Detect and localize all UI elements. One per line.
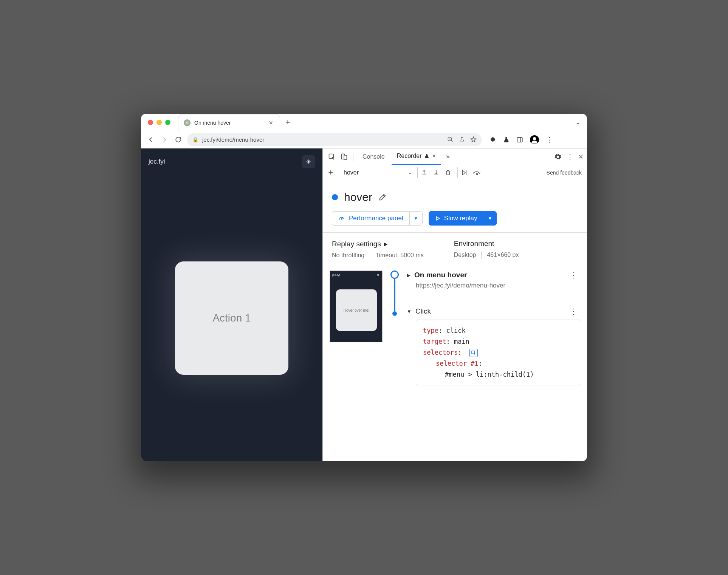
labs-icon[interactable] xyxy=(503,136,510,143)
new-recording-button[interactable]: + xyxy=(326,168,336,178)
replay-dropdown[interactable]: ▼ xyxy=(484,211,497,226)
tab-recorder[interactable]: Recorder × xyxy=(392,148,441,165)
minimize-window[interactable] xyxy=(156,120,162,125)
send-feedback-link[interactable]: Send feedback xyxy=(547,170,584,176)
chevron-down-icon: ▼ xyxy=(407,309,412,314)
play-icon[interactable] xyxy=(461,169,468,176)
url-text: jec.fyi/demo/menu-hover xyxy=(202,136,443,143)
settings-icon[interactable] xyxy=(554,153,562,161)
timeout-value: Timeout: 5000 ms xyxy=(375,252,423,260)
step-over-icon[interactable] xyxy=(473,170,481,176)
throttling-value: No throttling xyxy=(332,252,364,260)
chevron-right-icon: ▶ xyxy=(407,272,410,278)
svg-rect-6 xyxy=(344,155,347,159)
settings-bar: Replay settings ▸ No throttling Timeout:… xyxy=(323,232,587,265)
action-card-text: Action 1 xyxy=(212,312,251,324)
thumb-theme-icon xyxy=(377,274,379,276)
devtools-panel: Console Recorder × » ⋮ × + hover xyxy=(322,148,587,461)
step-url: https://jec.fyi/demo/menu-hover xyxy=(416,282,580,289)
titlebar: On menu hover × + ⌄ xyxy=(141,114,587,131)
delete-icon[interactable] xyxy=(445,169,451,176)
recording-header: hover Performance panel ▼ xyxy=(323,180,587,232)
play-icon xyxy=(435,216,440,221)
svg-point-7 xyxy=(476,173,477,175)
step-menu-icon[interactable]: ⋮ xyxy=(567,307,580,316)
gauge-icon xyxy=(338,215,345,222)
action-card[interactable]: Action 1 xyxy=(175,261,288,375)
timeline-node xyxy=(390,270,399,279)
performance-panel-button[interactable]: Performance panel ▼ xyxy=(332,211,423,226)
inspect-icon[interactable] xyxy=(327,151,337,162)
tab-close-icon[interactable]: × xyxy=(432,153,436,159)
edit-icon[interactable] xyxy=(378,193,387,201)
browser-actions: ⋮ xyxy=(489,135,553,144)
recording-selector[interactable]: hover ⌄ xyxy=(339,167,414,178)
step-menu-icon[interactable]: ⋮ xyxy=(567,270,580,280)
timeline xyxy=(389,270,400,385)
profile-avatar[interactable] xyxy=(530,135,539,144)
share-icon[interactable] xyxy=(459,136,465,143)
tab-close-icon[interactable]: × xyxy=(267,119,274,127)
svg-point-8 xyxy=(341,218,342,219)
env-device: Desktop xyxy=(454,252,476,259)
main-area: jec.fyi ☀ Action 1 xyxy=(141,148,587,461)
extensions-icon[interactable] xyxy=(489,136,496,143)
address-bar[interactable]: 🔒 jec.fyi/demo/menu-hover xyxy=(187,133,482,146)
lock-icon: 🔒 xyxy=(192,137,198,142)
import-icon[interactable] xyxy=(433,169,440,176)
toolbar: 🔒 jec.fyi/demo/menu-hover ⋮ xyxy=(141,131,587,148)
window-controls xyxy=(148,120,170,125)
bookmark-icon[interactable] xyxy=(470,136,477,143)
back-button[interactable] xyxy=(146,135,155,144)
page-brand[interactable]: jec.fyi xyxy=(149,158,165,165)
env-size: 461×660 px xyxy=(487,252,519,259)
tabs-dropdown-icon[interactable]: ⌄ xyxy=(575,119,580,126)
steps-area: jec.fyi Hover over me! ▶ xyxy=(323,265,587,393)
performance-panel-dropdown[interactable]: ▼ xyxy=(410,211,423,226)
selector-value[interactable]: #menu > li:nth-child(1) xyxy=(445,371,534,378)
browser-window: On menu hover × + ⌄ 🔒 jec.fyi/demo/menu-… xyxy=(141,114,587,461)
svg-rect-1 xyxy=(517,138,522,142)
menu-icon[interactable]: ⋮ xyxy=(546,135,553,144)
tab-console[interactable]: Console xyxy=(357,148,390,165)
forward-button[interactable] xyxy=(160,135,169,144)
theme-toggle-button[interactable]: ☀ xyxy=(302,155,315,168)
more-tabs-icon[interactable]: » xyxy=(443,151,453,162)
new-tab-button[interactable]: + xyxy=(285,117,290,127)
devtools-tabs: Console Recorder × » ⋮ × xyxy=(323,148,587,165)
chevron-right-icon: ▸ xyxy=(384,240,388,248)
thumb-card: Hover over me! xyxy=(336,289,377,331)
browser-tab[interactable]: On menu hover × xyxy=(178,114,280,131)
recorder-toolbar: + hover ⌄ Send feedback xyxy=(323,165,587,180)
device-toggle-icon[interactable] xyxy=(339,151,349,162)
step-navigate[interactable]: ▶ On menu hover ⋮ xyxy=(407,270,580,280)
zoom-icon[interactable] xyxy=(447,136,454,143)
close-window[interactable] xyxy=(148,120,153,125)
svg-point-3 xyxy=(533,137,536,140)
devtools-menu-icon[interactable]: ⋮ xyxy=(566,152,574,161)
page-content: jec.fyi ☀ Action 1 xyxy=(141,148,322,461)
sun-icon: ☀ xyxy=(306,158,311,165)
recording-title: hover xyxy=(344,191,372,204)
maximize-window[interactable] xyxy=(165,120,170,125)
urlbar-actions xyxy=(447,136,477,143)
panel-icon[interactable] xyxy=(516,136,523,143)
reload-button[interactable] xyxy=(173,135,183,144)
environment-title: Environment xyxy=(454,240,519,248)
tab-title: On menu hover xyxy=(194,120,263,126)
export-icon[interactable] xyxy=(421,169,428,176)
step-thumbnail[interactable]: jec.fyi Hover over me! xyxy=(330,270,383,342)
timeline-node xyxy=(392,311,397,316)
recording-status-dot xyxy=(332,194,338,200)
step-click[interactable]: ▼ Click ⋮ xyxy=(407,307,580,316)
step-details: type: click target: main selectors: sele… xyxy=(416,320,580,385)
devtools-close-icon[interactable]: × xyxy=(578,152,583,162)
replay-settings-toggle[interactable]: Replay settings ▸ xyxy=(332,240,424,248)
replay-button[interactable]: Slow replay ▼ xyxy=(429,211,497,226)
pin-icon xyxy=(424,153,429,159)
favicon-icon xyxy=(184,119,191,126)
chevron-down-icon: ⌄ xyxy=(408,170,412,175)
select-element-icon[interactable] xyxy=(469,349,478,357)
